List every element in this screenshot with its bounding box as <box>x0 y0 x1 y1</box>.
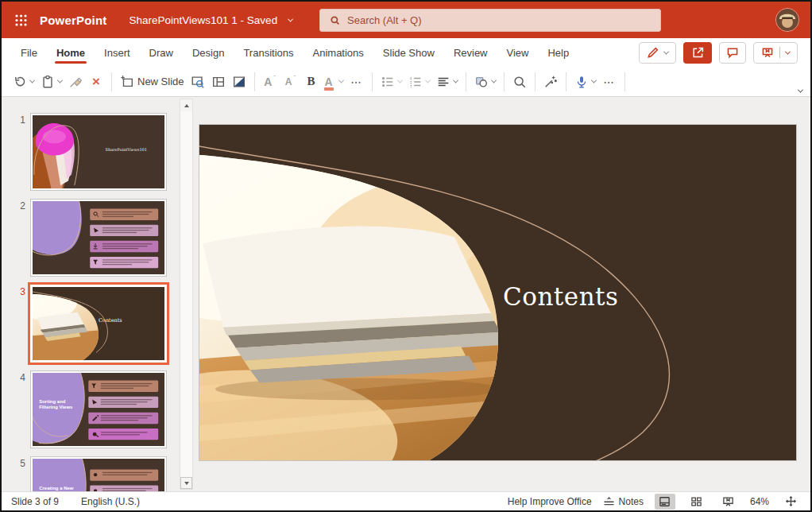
numbering-button[interactable] <box>405 70 433 94</box>
find-icon <box>512 75 527 89</box>
undo-button[interactable] <box>10 70 37 94</box>
chevron-down-icon <box>491 78 497 83</box>
paste-button[interactable] <box>37 70 65 94</box>
app-top-bar: PowerPoint SharePointViews101 1 - Saved … <box>2 2 810 38</box>
menu-review[interactable]: Review <box>444 38 497 67</box>
search-input[interactable]: Search (Alt + Q) <box>319 9 661 32</box>
caret-down-icon: ˇ <box>294 74 296 81</box>
menu-insert[interactable]: Insert <box>95 38 140 67</box>
delete-button[interactable]: × <box>86 70 106 94</box>
thumbnail-slide-5[interactable]: Creating a New SharePoint View <box>30 456 167 491</box>
slide-editor[interactable]: Contents <box>199 124 797 461</box>
menu-draw[interactable]: Draw <box>140 38 183 67</box>
notes-label: Notes <box>619 496 644 507</box>
slideshow-icon <box>722 496 734 507</box>
button-separator <box>779 47 780 58</box>
app-name[interactable]: PowerPoint <box>40 14 107 27</box>
scroll-up-button[interactable] <box>180 99 192 111</box>
layout-button[interactable] <box>208 70 229 94</box>
comments-button[interactable] <box>719 42 746 64</box>
caret-up-icon: ˆ <box>273 74 276 81</box>
menu-design[interactable]: Design <box>183 38 234 67</box>
editor-wand-button[interactable] <box>540 70 561 94</box>
chevron-down-icon <box>591 78 597 83</box>
search-icon <box>330 15 340 25</box>
toolbar-divider <box>372 72 373 91</box>
language-selector[interactable]: English (U.S.) <box>81 496 140 507</box>
thumbnail-slide-1[interactable]: SharePointViews101 <box>30 113 167 191</box>
dictate-button[interactable] <box>571 70 599 94</box>
menu-transitions[interactable]: Transitions <box>234 38 303 67</box>
designer-button[interactable] <box>229 70 249 94</box>
chevron-down-icon <box>453 78 458 83</box>
slideshow-view-button[interactable] <box>718 494 739 510</box>
ribbon-collapse-chevron-icon[interactable] <box>798 87 803 93</box>
normal-view-button[interactable] <box>655 494 675 510</box>
menu-help[interactable]: Help <box>538 38 578 67</box>
help-improve-office-link[interactable]: Help Improve Office <box>508 496 592 507</box>
undo-icon <box>13 75 27 89</box>
grid-view-button[interactable] <box>686 494 707 510</box>
ellipsis-icon: ⋯ <box>350 76 362 88</box>
slide-title-textbox[interactable]: Contents <box>503 282 618 311</box>
menu-view[interactable]: View <box>497 38 539 67</box>
scroll-down-button[interactable] <box>180 477 192 489</box>
menu-slide-show[interactable]: Slide Show <box>373 38 444 67</box>
find-button[interactable] <box>509 70 530 94</box>
app-launcher-waffle-icon[interactable] <box>2 2 40 38</box>
chevron-down-icon <box>288 16 293 21</box>
menu-home[interactable]: Home <box>47 38 95 67</box>
paste-clipboard-icon <box>41 75 55 89</box>
format-painter-button[interactable] <box>65 70 86 94</box>
more-commands-button[interactable]: ⋯ <box>599 70 620 94</box>
dictate-microphone-icon <box>574 75 589 89</box>
zoom-level[interactable]: 64% <box>750 496 769 507</box>
menu-animations[interactable]: Animations <box>304 38 373 67</box>
slide-artwork <box>199 125 796 460</box>
document-title[interactable]: SharePointViews101 1 - Saved <box>130 14 293 26</box>
avatar[interactable] <box>775 8 799 32</box>
thumbnail-scrollbar[interactable] <box>180 99 193 490</box>
reuse-slides-button[interactable] <box>188 70 208 94</box>
fit-icon <box>785 495 797 507</box>
bold-button[interactable]: B <box>301 70 322 94</box>
thumbnail-slide-3-selected[interactable]: Contents <box>30 285 167 363</box>
chevron-down-icon <box>425 78 431 83</box>
align-button[interactable] <box>433 70 461 94</box>
increase-font-button[interactable]: Aˆ <box>260 70 280 94</box>
status-bar: Slide 3 of 9 English (U.S.) Help Improve… <box>2 491 810 510</box>
document-title-text: SharePointViews101 1 - Saved <box>130 14 278 26</box>
drawing-mode-button[interactable] <box>639 42 676 64</box>
bullets-button[interactable] <box>377 70 405 94</box>
thumbnail-number: 4 <box>13 372 25 383</box>
wand-icon <box>543 75 558 89</box>
numbering-icon <box>408 75 423 89</box>
toolbar-divider <box>566 72 566 91</box>
reuse-slides-icon <box>191 75 205 89</box>
share-button[interactable] <box>683 42 712 64</box>
grid-view-icon <box>690 496 702 507</box>
font-color-button[interactable]: A <box>322 70 346 94</box>
present-icon <box>761 46 774 59</box>
toolbar-divider <box>466 72 466 91</box>
shapes-button[interactable] <box>471 70 499 94</box>
menu-file[interactable]: File <box>11 38 47 67</box>
toolbar-divider <box>624 72 625 91</box>
thumbnail-slide-2[interactable] <box>30 199 167 277</box>
slide-thumbnail-panel: 1 SharePointViews101 2 <box>2 97 196 491</box>
decrease-font-button[interactable]: Aˇ <box>280 70 301 94</box>
toolbar-divider <box>254 72 255 91</box>
normal-view-icon <box>659 496 671 507</box>
thumbnail-slide-4[interactable]: Sorting and Filtering Views <box>30 370 167 448</box>
menu-right-actions <box>639 42 801 64</box>
thumbnail-4-art <box>33 373 164 446</box>
font-color-icon: A <box>325 76 333 87</box>
slide-indicator[interactable]: Slide 3 of 9 <box>11 496 59 507</box>
chevron-down-icon <box>397 78 403 83</box>
comment-icon <box>726 46 739 59</box>
new-slide-button[interactable]: New Slide <box>117 70 188 94</box>
more-font-options-button[interactable]: ⋯ <box>346 70 367 94</box>
fit-to-window-button[interactable] <box>780 494 801 510</box>
notes-toggle[interactable]: Notes <box>603 496 644 507</box>
present-button[interactable] <box>753 42 798 64</box>
